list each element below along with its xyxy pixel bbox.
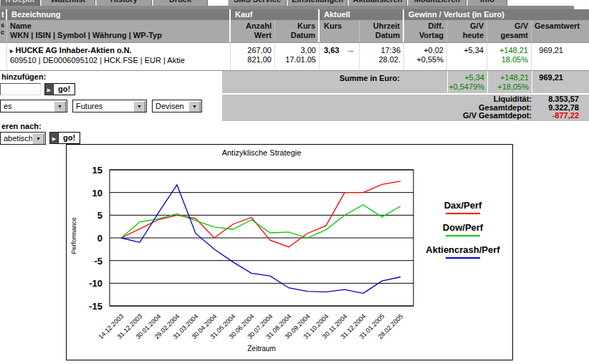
tab-n-depot[interactable]: n Depot [0, 0, 40, 6]
group-header-aktuell: Aktuell [320, 9, 404, 20]
position-details: 609510 | DE0006095102 | HCK.FSE | EUR | … [10, 56, 227, 65]
category-select-2[interactable]: Futures ▼ [72, 100, 147, 112]
series-line-aktiencrash-perf [121, 185, 401, 293]
go-arrow-icon[interactable]: ▶ [44, 83, 54, 95]
position-name-cell: ▸HUCKE AG Inhaber-Aktien o.N. 609510 | D… [7, 43, 231, 70]
uhrzeit-datum-cell: 17:36 28.02. [360, 43, 404, 70]
tab-druck[interactable]: Druck [153, 0, 208, 6]
edge-column-cell [0, 43, 7, 70]
chevron-down-icon[interactable]: ▼ [188, 101, 201, 112]
tab-aktualisieren[interactable]: Aktualisieren [348, 0, 407, 6]
sort-go-button[interactable]: ▶ go! [49, 132, 80, 144]
trend-arrow-icon: → [345, 46, 355, 54]
sort-select[interactable]: abetisch ▼ [0, 132, 46, 145]
column-header-uhrzeit-datum: Uhrzeit Datum [360, 20, 404, 42]
edge-column-fragment: c [1, 29, 6, 36]
column-header-diff-vortag: Diff. Vortag [404, 20, 447, 42]
legend-item-dow-perf: Dow/Perf [416, 222, 509, 236]
add-go-button[interactable]: ▶ go! [44, 83, 75, 95]
column-header-anzahl-wert: Anzahl Wert [231, 20, 275, 42]
series-line-dow-perf [121, 205, 401, 238]
summe-row: Summe in Euro: +5,34 +0,5479% +148,21 +1… [222, 71, 589, 95]
group-header-gewinn-verlust: Gewinn / Verlust (in Euro) [404, 9, 589, 20]
category-select-3[interactable]: Devisen ▼ [152, 100, 202, 112]
group-header-kauf: Kauf [231, 9, 320, 20]
tab-einstellungen[interactable]: Einstellungen [287, 0, 348, 6]
gv-gesamt-cell: +148,21 18.05% [487, 43, 532, 70]
summe-gv-heute: +5,34 +0,5479% [447, 71, 487, 93]
aktuell-kurs-cell: 3,63 → [320, 43, 360, 70]
chevron-down-icon[interactable]: ▼ [133, 101, 145, 112]
position-name-link[interactable]: ▸HUCKE AG Inhaber-Aktien o.N. [10, 46, 227, 56]
summary-panel: Summe in Euro: +5,34 +0,5479% +148,21 +1… [222, 71, 589, 121]
y-tick-label: -5 [94, 256, 102, 267]
sort-label: eren nach: [1, 122, 42, 130]
group-header-bezeichnung: Bezeichnung [7, 9, 231, 20]
legend-item-aktiencrash-perf: Aktiencrash/Perf [416, 244, 509, 259]
y-tick-label: 10 [92, 188, 102, 198]
tab-info[interactable]: Info [467, 0, 507, 6]
chevron-down-icon[interactable]: ▼ [32, 133, 44, 145]
tab-bar: n DepotWatchlistHistoryDruckSMS ServiceE… [0, 0, 589, 6]
column-header-name: Name WKN | ISIN | Symbol | Währung | WP-… [7, 20, 231, 42]
edge-column-fragment: s [1, 21, 6, 29]
summe-diff-spacer [404, 71, 447, 93]
totals-values: 8.353,57 9.322,78 -877,22 [532, 95, 589, 120]
chart-legend: Dax/PerfDow/PerfAktiencrash/Perf [416, 200, 509, 267]
legend-label: Dax/Perf [416, 200, 509, 211]
y-tick-label: 5 [97, 210, 102, 221]
y-tick-label: 15 [92, 165, 102, 176]
legend-label: Dow/Perf [416, 222, 509, 233]
liquiditaet-value: 8.353,57 [532, 95, 579, 104]
column-header-gv-gesamt: G/V gesamt [487, 20, 532, 42]
y-tick-label: 0 [97, 233, 102, 244]
add-label: hinzufügen: [1, 72, 46, 81]
liquiditaet-label: Liquidität: [222, 95, 532, 104]
column-header-kurs: Kurs [320, 20, 360, 42]
legend-line-swatch [446, 235, 480, 236]
legend-line-swatch [446, 213, 480, 214]
expand-triangle-icon[interactable]: ▸ [10, 47, 14, 54]
legend-label: Aktiencrash/Perf [416, 244, 509, 255]
category-select-1[interactable]: es ▼ [0, 100, 67, 112]
chevron-down-icon[interactable]: ▼ [54, 101, 66, 112]
tab-modifizieren[interactable]: Modifizieren [408, 0, 466, 6]
column-header-kurs-datum: Kurs Datum [275, 20, 320, 42]
edge-column-fragment: t [0, 9, 7, 20]
table-group-header-row: t Bezeichnung Kauf Aktuell Gewinn / Verl… [0, 9, 589, 20]
y-tick-label: -10 [89, 278, 102, 289]
kauf-kurs-datum-cell: 3,00 17.01.05 [275, 43, 320, 70]
tab-watchlist[interactable]: Watchlist [41, 0, 95, 6]
tab-history[interactable]: History [96, 0, 152, 6]
depot-screen: n DepotWatchlistHistoryDruckSMS ServiceE… [0, 0, 589, 364]
go-arrow-icon[interactable]: ▶ [49, 132, 59, 144]
column-header-gesamtwert: Gesamtwert [532, 20, 589, 42]
summe-label: Summe in Euro: [222, 71, 404, 93]
legend-item-dax-perf: Dax/Perf [416, 200, 509, 214]
y-axis-label: Performance [70, 211, 77, 261]
summe-gv-gesamt: +148,21 +18,05% [487, 71, 532, 93]
summe-gesamtwert: 969,21 [532, 71, 589, 93]
gv-gesamtdepot-value: -877,22 [532, 112, 579, 120]
gesamtwert-cell: 969,21 [532, 43, 589, 70]
x-axis-label: Zeitraum [110, 345, 413, 353]
add-input[interactable] [0, 83, 41, 95]
series-line-dax-perf [121, 181, 401, 247]
column-header-gv-heute: G/V heute [447, 20, 487, 42]
performance-chart: Antizyklische Strategie 151050-5-10-1514… [66, 144, 513, 360]
anzahl-wert-cell: 267,00 821,00 [231, 43, 275, 70]
totals-row: Liquidität: Gesamtdepot: G/V Gesamtdepot… [222, 95, 589, 120]
legend-line-swatch [446, 257, 480, 259]
gv-heute-cell: +5,34 [447, 43, 487, 70]
y-tick-label: -15 [89, 301, 102, 312]
tab-sms-service[interactable]: SMS Service [228, 0, 287, 6]
totals-labels: Liquidität: Gesamtdepot: G/V Gesamtdepot… [222, 95, 532, 120]
table-column-header-row: s c Name WKN | ISIN | Symbol | Währung |… [0, 20, 589, 42]
table-row: ▸HUCKE AG Inhaber-Aktien o.N. 609510 | D… [0, 42, 589, 71]
gv-gesamtdepot-label: G/V Gesamtdepot: [222, 112, 532, 120]
diff-vortag-cell: +0,02 +0,55% [404, 43, 447, 70]
